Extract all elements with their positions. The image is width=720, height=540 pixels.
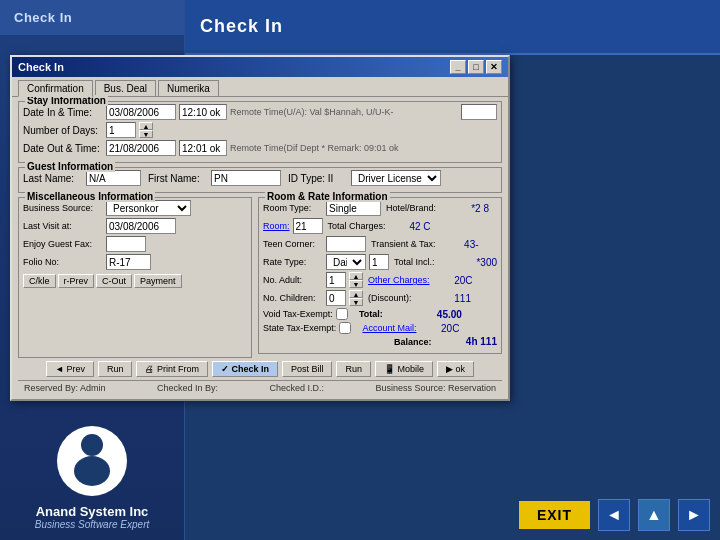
cycle-buttons-row: C/kle r-Prev C-Out Payment bbox=[23, 274, 247, 288]
enjoy-guest-label: Enjoy Guest Fax: bbox=[23, 239, 103, 249]
total-charges-label: Total Charges: bbox=[328, 221, 388, 231]
balance-row: Balance: 4h 111 bbox=[263, 336, 497, 347]
run2-button[interactable]: Run bbox=[336, 361, 371, 377]
id-type-select[interactable]: Driver License bbox=[351, 170, 441, 186]
nav-prev-button[interactable]: ◄ bbox=[598, 499, 630, 531]
checked-in-by: Checked In By: bbox=[157, 383, 218, 393]
exit-button[interactable]: EXIT bbox=[519, 501, 590, 529]
close-button[interactable]: ✕ bbox=[486, 60, 502, 74]
spin-up[interactable]: ▲ bbox=[139, 122, 153, 130]
payment-button[interactable]: Payment bbox=[134, 274, 182, 288]
dialog-tabs: Confirmation Bus. Deal Numerika bbox=[12, 77, 508, 97]
teen-corner-row: Teen Corner: Transient & Tax: 43- bbox=[263, 236, 497, 252]
minimize-button[interactable]: _ bbox=[450, 60, 466, 74]
folio-input[interactable] bbox=[106, 254, 151, 270]
tab-confirmation[interactable]: Confirmation bbox=[18, 80, 93, 97]
remote-time-in-input[interactable] bbox=[461, 104, 497, 120]
company-name: Anand System Inc bbox=[36, 504, 149, 519]
misc-section-label: Miscellaneous Information bbox=[25, 191, 155, 202]
date-out-label: Date Out & Time: bbox=[23, 143, 103, 154]
time-in-input[interactable] bbox=[179, 104, 227, 120]
last-visit-input[interactable] bbox=[106, 218, 176, 234]
prev-button[interactable]: ◄ Prev bbox=[46, 361, 94, 377]
date-in-input[interactable] bbox=[106, 104, 176, 120]
no-adult-input[interactable] bbox=[326, 272, 346, 288]
account-mail-link[interactable]: Account Mail: bbox=[362, 323, 416, 333]
check-out-button[interactable]: C-Out bbox=[96, 274, 132, 288]
room-type-label: Room Type: bbox=[263, 203, 323, 213]
other-charges-link[interactable]: Other Charges: bbox=[368, 275, 430, 285]
balance-label: Balance: bbox=[394, 337, 454, 347]
extra-button[interactable]: ▶ ok bbox=[437, 361, 474, 377]
mobile-button[interactable]: 📱 Mobile bbox=[375, 361, 433, 377]
remote-time2-label: Remote Time(Dif Dept * Remark: 09:01 ok bbox=[230, 143, 497, 153]
date-out-input[interactable] bbox=[106, 140, 176, 156]
transient-tax-label: Transient & Tax: bbox=[371, 239, 436, 249]
transient-tax-value: 43- bbox=[439, 239, 479, 250]
enjoy-guest-row: Enjoy Guest Fax: bbox=[23, 236, 247, 252]
balance-value: 4h 111 bbox=[457, 336, 497, 347]
post-bill-button[interactable]: Post Bill bbox=[282, 361, 333, 377]
business-source-row: Business Source: Personkor bbox=[23, 200, 247, 216]
rate-type-select[interactable]: Dail bbox=[326, 254, 366, 270]
bottom-bar: EXIT ◄ ▲ ► bbox=[185, 490, 720, 540]
remote-time-label: Remote Time(U/A): Val $Hannah, U/U-K- bbox=[230, 107, 458, 117]
child-spin-up[interactable]: ▲ bbox=[349, 290, 363, 298]
void-tax-row: Void Tax-Exempt: Total: 45.00 bbox=[263, 308, 497, 320]
room-link[interactable]: Room: bbox=[263, 221, 290, 231]
adult-spin-down[interactable]: ▼ bbox=[349, 280, 363, 288]
room-row: Room: Total Charges: 42 C bbox=[263, 218, 497, 234]
tab-bus-deal[interactable]: Bus. Deal bbox=[95, 80, 156, 96]
child-spin-down[interactable]: ▼ bbox=[349, 298, 363, 306]
children-spinner[interactable]: ▲ ▼ bbox=[349, 290, 363, 306]
no-children-label: No. Children: bbox=[263, 293, 323, 303]
print-from-button[interactable]: 🖨 Print From bbox=[136, 361, 208, 377]
hotel-brand-value: *2 8 bbox=[449, 203, 489, 214]
last-visit-label: Last Visit at: bbox=[23, 221, 103, 231]
adults-row: No. Adult: ▲ ▼ Other Charges: 20C bbox=[263, 272, 497, 288]
nav-up-button[interactable]: ▲ bbox=[638, 499, 670, 531]
room-type-input[interactable] bbox=[326, 200, 381, 216]
adult-spinner[interactable]: ▲ ▼ bbox=[349, 272, 363, 288]
last-name-input[interactable] bbox=[86, 170, 141, 186]
date-in-row: Date In & Time: Remote Time(U/A): Val $H… bbox=[23, 104, 497, 120]
num-days-input[interactable] bbox=[106, 122, 136, 138]
run-button[interactable]: Run bbox=[98, 361, 133, 377]
check-in-button[interactable]: ✓ Check In bbox=[212, 361, 278, 377]
state-tax-checkbox[interactable] bbox=[339, 322, 351, 334]
room-input[interactable] bbox=[293, 218, 323, 234]
date-in-label: Date In & Time: bbox=[23, 107, 103, 118]
num-days-label: Number of Days: bbox=[23, 125, 103, 136]
adult-spin-up[interactable]: ▲ bbox=[349, 272, 363, 280]
enjoy-guest-input[interactable] bbox=[106, 236, 146, 252]
prev-room-button[interactable]: r-Prev bbox=[58, 274, 95, 288]
account-mail-value: 20C bbox=[419, 323, 459, 334]
dialog-body: Stay Information Date In & Time: Remote … bbox=[12, 97, 508, 399]
time-out-input[interactable] bbox=[179, 140, 227, 156]
spin-down[interactable]: ▼ bbox=[139, 130, 153, 138]
business-source-select[interactable]: Personkor bbox=[106, 200, 191, 216]
teen-corner-input[interactable] bbox=[326, 236, 366, 252]
reserved-by: Reserved By: Admin bbox=[24, 383, 106, 393]
business-source-label: Business Source: bbox=[23, 203, 103, 213]
two-col-section: Miscellaneous Information Business Sourc… bbox=[18, 197, 502, 358]
num-days-row: Number of Days: ▲ ▼ bbox=[23, 122, 497, 138]
void-tax-checkbox[interactable] bbox=[336, 308, 348, 320]
rate-type-row: Rate Type: Dail Total Incl.: *300 bbox=[263, 254, 497, 270]
maximize-button[interactable]: □ bbox=[468, 60, 484, 74]
teen-corner-label: Teen Corner: bbox=[263, 239, 323, 249]
sidebar-logo: Anand System Inc Business Software Exper… bbox=[0, 406, 184, 540]
svg-point-2 bbox=[83, 435, 101, 453]
business-source-footer: Business Source: Reservation bbox=[375, 383, 496, 393]
first-name-input[interactable] bbox=[211, 170, 281, 186]
num-days-spinner[interactable]: ▲ ▼ bbox=[139, 122, 153, 138]
rate-qty-input[interactable] bbox=[369, 254, 389, 270]
tab-numerika[interactable]: Numerika bbox=[158, 80, 219, 96]
total-incl-label: Total Incl.: bbox=[394, 257, 454, 267]
no-adult-label: No. Adult: bbox=[263, 275, 323, 285]
other-charges-value: 20C bbox=[433, 275, 473, 286]
no-children-input[interactable] bbox=[326, 290, 346, 306]
cycle-button[interactable]: C/kle bbox=[23, 274, 56, 288]
check-in-dialog: Check In _ □ ✕ Confirmation Bus. Deal Nu… bbox=[10, 55, 510, 401]
nav-next-button[interactable]: ► bbox=[678, 499, 710, 531]
